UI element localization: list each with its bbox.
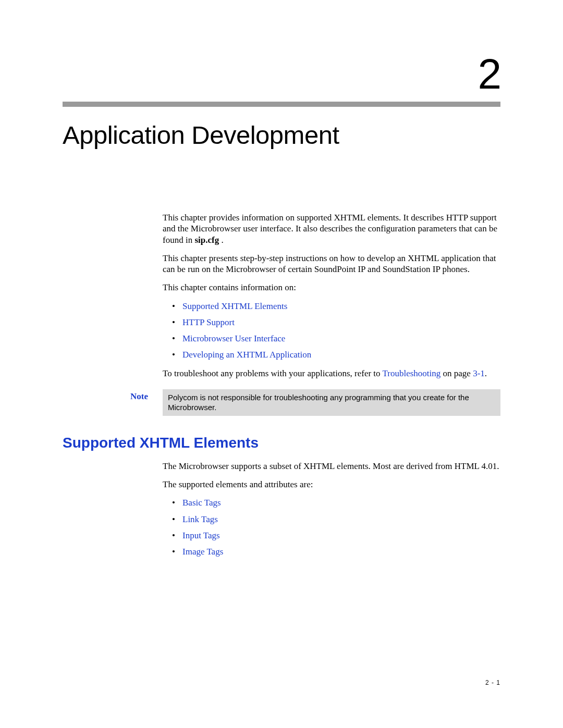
link-basic-tags[interactable]: Basic Tags — [182, 498, 221, 508]
intro-bullet-list: Supported XHTML Elements HTTP Support Mi… — [172, 301, 500, 361]
config-file-name: sip.cfg — [194, 235, 219, 245]
link-input-tags[interactable]: Input Tags — [182, 530, 220, 540]
text: on page — [440, 368, 473, 378]
list-item: Input Tags — [172, 530, 500, 541]
chapter-title: Application Development — [63, 120, 500, 150]
section-bullet-list: Basic Tags Link Tags Input Tags Image Ta… — [172, 497, 500, 557]
note-block: Note Polycom is not responsible for trou… — [63, 389, 500, 416]
list-item: Link Tags — [172, 514, 500, 525]
text: . — [219, 235, 224, 245]
section-heading-supported-xhtml: Supported XHTML Elements — [63, 435, 500, 451]
link-developing-xhtml[interactable]: Developing an XHTML Application — [182, 350, 311, 360]
list-item: HTTP Support — [172, 317, 500, 328]
list-item: Basic Tags — [172, 497, 500, 508]
section-paragraph-1: The Microbrowser supports a subset of XH… — [163, 461, 500, 472]
list-item: Image Tags — [172, 546, 500, 557]
link-troubleshooting[interactable]: Troubleshooting — [383, 368, 441, 378]
text: . — [485, 368, 487, 378]
link-microbrowser-ui[interactable]: Microbrowser User Interface — [182, 334, 285, 343]
page-number: 2 - 1 — [485, 679, 500, 686]
link-image-tags[interactable]: Image Tags — [182, 547, 223, 557]
note-text: Polycom is not responsible for troublesh… — [163, 389, 500, 416]
link-link-tags[interactable]: Link Tags — [182, 514, 218, 524]
intro-paragraph-3: This chapter contains information on: — [163, 282, 500, 293]
divider-bar — [63, 102, 500, 107]
list-item: Developing an XHTML Application — [172, 349, 500, 360]
link-http-support[interactable]: HTTP Support — [182, 317, 235, 327]
list-item: Microbrowser User Interface — [172, 333, 500, 344]
intro-paragraph-1: This chapter provides information on sup… — [163, 212, 500, 245]
chapter-number: 2 — [63, 50, 500, 98]
note-label: Note — [63, 389, 163, 402]
text: To troubleshoot any problems with your a… — [163, 368, 383, 378]
link-supported-xhtml[interactable]: Supported XHTML Elements — [182, 301, 287, 311]
section-paragraph-2: The supported elements and attributes ar… — [163, 479, 500, 490]
list-item: Supported XHTML Elements — [172, 301, 500, 312]
link-troubleshooting-page[interactable]: 3-1 — [473, 368, 485, 378]
intro-paragraph-2: This chapter presents step-by-step instr… — [163, 253, 500, 275]
intro-paragraph-4: To troubleshoot any problems with your a… — [163, 368, 500, 379]
